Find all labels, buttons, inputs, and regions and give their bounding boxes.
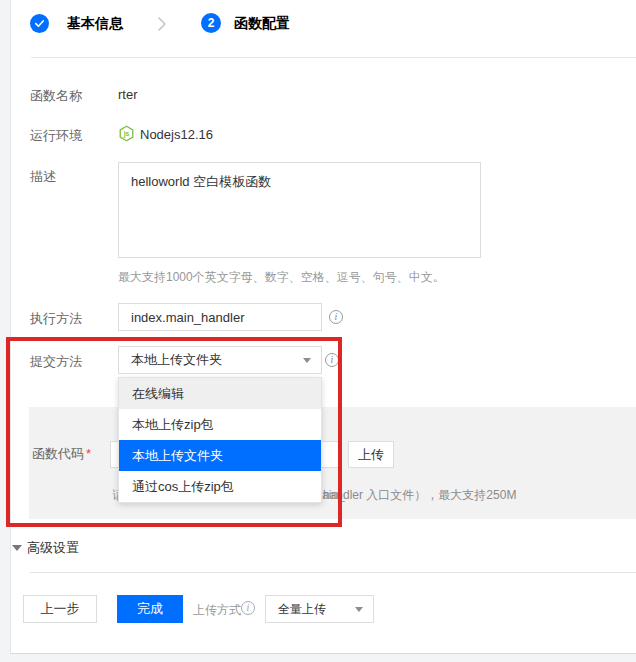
svg-text:js: js xyxy=(123,130,130,138)
check-icon xyxy=(34,18,45,29)
function-name-value: rter xyxy=(118,87,138,102)
upload-mode-label: 上传方式 xyxy=(193,602,241,619)
function-code-label: 函数代码* xyxy=(32,445,91,463)
description-textarea[interactable]: helloworld 空白模板函数 xyxy=(118,162,481,258)
menu-item-upload-folder[interactable]: 本地上传文件夹 xyxy=(119,440,321,471)
submit-method-select[interactable]: 本地上传文件夹 xyxy=(118,346,322,374)
footer-divider xyxy=(30,572,636,573)
menu-item-online-edit[interactable]: 在线编辑 xyxy=(119,378,321,409)
function-config-card: 基本信息 2 函数配置 xyxy=(10,0,636,654)
step1-label[interactable]: 基本信息 xyxy=(67,15,123,33)
function-name-label: 函数名称 xyxy=(30,87,82,105)
submit-method-dropdown-menu: 在线编辑 本地上传zip包 本地上传文件夹 通过cos上传zip包 xyxy=(118,377,322,503)
advanced-settings-toggle[interactable]: 高级设置 xyxy=(27,539,79,557)
submit-method-label: 提交方法 xyxy=(30,353,82,371)
upload-mode-select[interactable]: 全量上传 xyxy=(265,595,374,623)
advanced-settings-caret-icon[interactable] xyxy=(12,545,22,551)
upload-mode-caret-icon xyxy=(355,607,363,612)
submit-method-info-icon[interactable]: i xyxy=(325,353,339,367)
runtime-value: Nodejs12.16 xyxy=(140,127,213,142)
code-hint-visible-part: handler 入口文件），最大支持250M xyxy=(323,487,516,504)
required-asterisk: * xyxy=(86,446,91,461)
step2-number-badge: 2 xyxy=(201,13,221,33)
runtime-label: 运行环境 xyxy=(30,127,82,145)
previous-step-button[interactable]: 上一步 xyxy=(23,595,97,623)
function-code-label-text: 函数代码 xyxy=(32,446,84,461)
finish-button[interactable]: 完成 xyxy=(117,595,183,623)
submit-method-value: 本地上传文件夹 xyxy=(131,351,222,369)
caret-down-icon xyxy=(303,358,311,363)
step2-number: 2 xyxy=(208,16,215,30)
menu-item-cos-zip[interactable]: 通过cos上传zip包 xyxy=(119,471,321,502)
step1-done-icon xyxy=(30,14,49,33)
header-divider xyxy=(31,57,636,58)
menu-item-upload-zip[interactable]: 本地上传zip包 xyxy=(119,409,321,440)
step2-label: 函数配置 xyxy=(234,15,290,33)
description-hint: 最大支持1000个英文字母、数字、空格、逗号、句号、中文。 xyxy=(118,269,445,286)
upload-mode-value: 全量上传 xyxy=(278,601,326,618)
upload-mode-info-icon[interactable]: i xyxy=(241,601,255,615)
nodejs-icon: js xyxy=(118,125,135,142)
description-label: 描述 xyxy=(30,168,56,186)
handler-info-icon[interactable]: i xyxy=(329,310,343,324)
upload-button[interactable]: 上传 xyxy=(348,441,394,468)
chevron-right-icon xyxy=(156,15,168,33)
handler-label: 执行方法 xyxy=(30,310,82,328)
handler-input[interactable] xyxy=(118,303,322,331)
